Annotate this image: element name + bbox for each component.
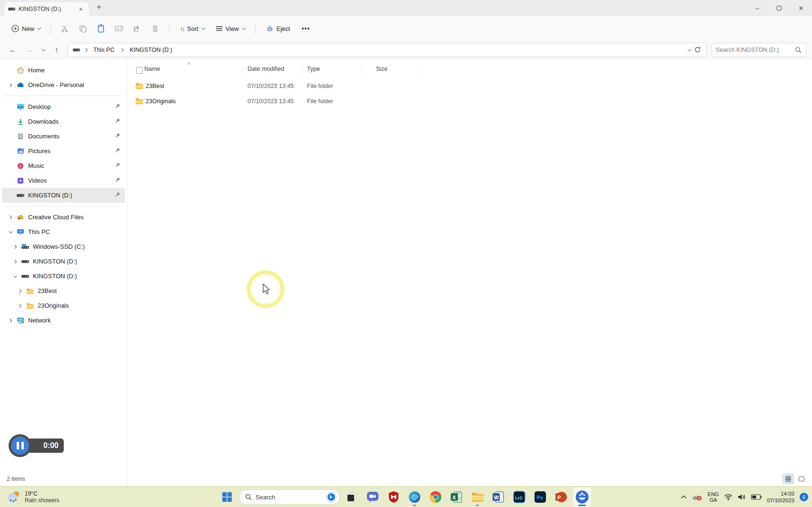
column-divider[interactable] <box>302 66 303 76</box>
sidebar-item-kingston-pinned[interactable]: KINGSTON (D:) <box>2 188 125 203</box>
sidebar-item-kingston-expanded[interactable]: KINGSTON (D:) <box>2 269 125 283</box>
notification-badge[interactable]: 6 <box>800 493 808 501</box>
sidebar-item-kingston-collapsed[interactable]: KINGSTON (D:) <box>2 254 125 269</box>
expand-icon[interactable] <box>8 318 12 322</box>
forward-button[interactable]: → <box>22 43 36 57</box>
word-button[interactable]: W <box>489 488 507 507</box>
select-all-checkbox[interactable] <box>136 67 143 74</box>
onedrive-sync-error-icon[interactable] <box>692 494 703 501</box>
pause-icon <box>21 442 24 449</box>
collapse-icon[interactable] <box>9 229 12 233</box>
tray-date: 07/10/2023 <box>767 497 794 504</box>
taskbar-search[interactable]: Search <box>239 489 340 505</box>
expand-icon[interactable] <box>8 83 12 87</box>
refresh-icon[interactable] <box>694 46 701 53</box>
breadcrumb-this-pc[interactable]: This PC <box>91 45 116 55</box>
large-icons-view-button[interactable] <box>796 474 807 484</box>
battery-icon[interactable] <box>751 494 762 500</box>
photoshop-button[interactable]: Ps <box>531 488 549 507</box>
column-header-size[interactable]: Size <box>376 66 387 72</box>
language-indicator[interactable]: ENG GA <box>708 491 719 503</box>
breadcrumb[interactable]: This PC KINGSTON (D:) <box>68 43 706 57</box>
details-view-button[interactable] <box>782 474 794 484</box>
cut-button[interactable] <box>57 20 73 37</box>
view-button[interactable]: View <box>211 22 249 36</box>
excel-button[interactable]: X <box>447 488 465 507</box>
sidebar-divider <box>4 206 123 206</box>
search-input[interactable]: Search KINGSTON (D:) <box>711 43 806 57</box>
pause-button[interactable] <box>9 434 31 457</box>
sidebar-item-videos[interactable]: Videos <box>2 173 125 188</box>
sidebar-item-onedrive[interactable]: OneDrive - Personal <box>2 78 125 92</box>
share-button[interactable] <box>129 20 145 37</box>
chevron-down-icon <box>242 26 246 29</box>
file-name[interactable]: 23Best <box>146 83 164 89</box>
expand-icon[interactable] <box>18 289 21 292</box>
column-divider[interactable] <box>421 66 422 76</box>
see-more-button[interactable]: ••• <box>297 25 315 32</box>
volume-icon[interactable] <box>738 494 746 500</box>
sidebar-item-windows-ssd[interactable]: Windows-SSD (C:) <box>2 239 125 254</box>
file-row-23originals[interactable]: 23Originals 07/10/2023 13:45 File folder <box>128 94 812 109</box>
expand-icon[interactable] <box>8 215 12 219</box>
breadcrumb-kingston[interactable]: KINGSTON (D:) <box>128 45 174 55</box>
tray-clock[interactable]: 14:03 07/10/2023 <box>767 490 794 504</box>
sidebar-item-this-pc[interactable]: This PC <box>2 224 125 239</box>
tray-expand-icon[interactable] <box>681 495 687 499</box>
maximize-button[interactable] <box>768 0 790 16</box>
explorer-tab[interactable]: KINGSTON (D:) ✕ <box>4 1 89 16</box>
sidebar-item-home[interactable]: Home <box>2 63 125 78</box>
copy-button[interactable] <box>75 20 91 37</box>
expand-icon[interactable] <box>13 244 17 248</box>
sidebar-item-23originals[interactable]: 23Originals <box>2 298 125 313</box>
column-divider[interactable] <box>243 66 243 76</box>
new-button[interactable]: New <box>7 21 45 36</box>
file-explorer-button[interactable] <box>468 488 486 507</box>
address-dropdown-icon[interactable] <box>687 47 691 51</box>
mcafee-button[interactable] <box>385 488 403 507</box>
breadcrumb-separator-icon <box>84 48 88 51</box>
up-button[interactable]: ↑ <box>50 43 64 57</box>
sidebar-item-network[interactable]: Network <box>2 313 125 328</box>
column-divider[interactable] <box>362 66 362 76</box>
expand-icon[interactable] <box>13 259 17 263</box>
back-button[interactable]: ← <box>6 43 20 57</box>
powerpoint-button[interactable]: P <box>552 488 570 507</box>
delete-button[interactable] <box>147 20 163 37</box>
weather-widget[interactable]: 19°C Rain showers <box>4 487 62 507</box>
sort-button[interactable]: ↑↓ Sort <box>175 22 209 36</box>
paste-button[interactable] <box>93 20 109 37</box>
lightroom-button[interactable]: LrC <box>510 488 528 507</box>
sidebar-item-pictures[interactable]: Pictures <box>2 144 125 158</box>
eject-button[interactable]: Eject <box>261 22 295 36</box>
column-header-date[interactable]: Date modified <box>248 66 284 72</box>
expand-icon[interactable] <box>18 303 21 307</box>
file-row-23best[interactable]: 23Best 07/10/2023 13:45 File folder <box>128 79 812 94</box>
start-button[interactable] <box>218 488 236 507</box>
file-name[interactable]: 23Originals <box>146 98 176 105</box>
task-view-icon <box>346 491 357 503</box>
sidebar-item-23best[interactable]: 23Best <box>2 283 125 298</box>
chat-button[interactable] <box>364 488 382 507</box>
column-header-name[interactable]: Name <box>144 66 160 72</box>
drive-icon <box>15 194 26 197</box>
recent-locations-button[interactable] <box>38 43 48 57</box>
edge-button[interactable] <box>406 488 424 507</box>
column-header-type[interactable]: Type <box>307 66 320 72</box>
sidebar-item-documents[interactable]: Documents <box>2 129 125 144</box>
sidebar-item-desktop[interactable]: Desktop <box>2 99 125 114</box>
close-button[interactable]: ✕ <box>790 0 812 16</box>
screen-recorder-app-button[interactable] <box>573 488 591 507</box>
new-label: New <box>22 25 34 32</box>
tab-close-icon[interactable]: ✕ <box>77 6 85 13</box>
rename-button[interactable]: A <box>111 20 127 37</box>
sidebar-item-creative-cloud[interactable]: Creative Cloud Files <box>2 210 125 224</box>
collapse-icon[interactable] <box>13 273 17 277</box>
wifi-icon[interactable] <box>724 494 733 500</box>
task-view-button[interactable] <box>343 488 361 507</box>
new-tab-button[interactable]: + <box>93 3 105 11</box>
minimize-button[interactable]: – <box>746 0 768 16</box>
sidebar-item-downloads[interactable]: Downloads <box>2 114 125 129</box>
chrome-button[interactable] <box>426 488 445 507</box>
sidebar-item-music[interactable]: ♪ Music <box>2 158 125 173</box>
